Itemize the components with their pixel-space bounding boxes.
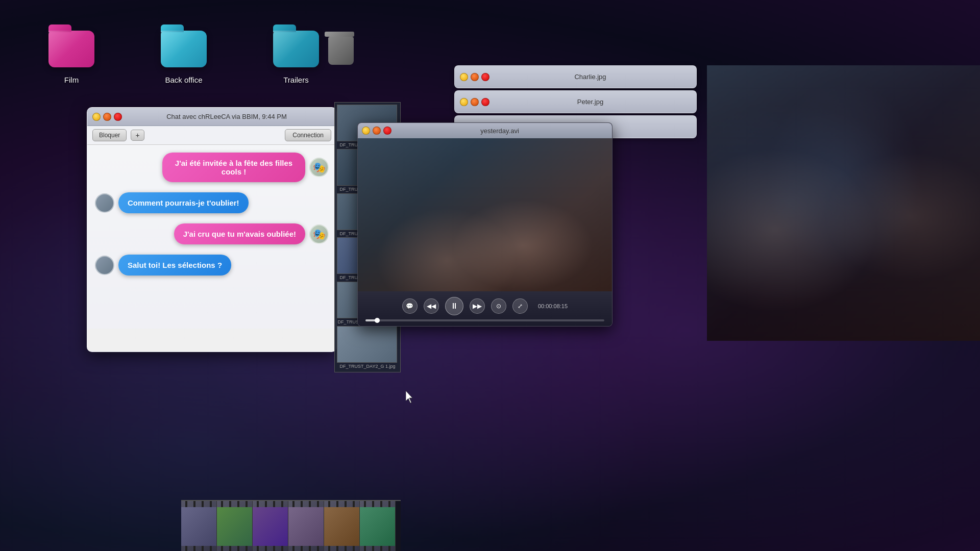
charlie-close-btn[interactable] xyxy=(481,73,489,81)
message-1: J'ai été invitée à la fête des filles co… xyxy=(95,153,329,182)
video-scene xyxy=(358,138,612,291)
progress-dot xyxy=(375,318,380,323)
peter-close-btn[interactable] xyxy=(481,98,489,106)
film-frame-5 xyxy=(324,501,360,551)
movie-scene xyxy=(707,65,980,341)
bubble-1: J'ai été invitée à la fête des filles co… xyxy=(162,153,305,182)
forward-button[interactable]: ▶▶ xyxy=(470,298,485,314)
avatar-4 xyxy=(95,256,114,275)
chat-window-controls xyxy=(92,113,122,121)
filmstrip xyxy=(181,500,401,551)
video-close-btn[interactable] xyxy=(383,127,391,135)
charlie-title: Charlie.jpg xyxy=(489,73,691,81)
video-screen xyxy=(358,138,612,291)
charlie-jpg-window: Charlie.jpg xyxy=(454,65,697,88)
rewind-button[interactable]: ◀◀ xyxy=(424,298,439,314)
chat-close-btn[interactable] xyxy=(114,113,122,121)
message-2: Comment pourrais-je t'oublier! xyxy=(95,192,329,213)
message-3: J'ai cru que tu m'avais oubliée! 🎭 xyxy=(95,223,329,244)
folder-backoffice-icon xyxy=(161,31,207,71)
avatar-1: 🎭 xyxy=(309,158,329,177)
desktop-icon-trailers[interactable]: Trailers xyxy=(265,31,327,84)
film-frame-6 xyxy=(360,501,396,551)
video-win-controls xyxy=(362,127,391,135)
video-filename: yesterday.avi xyxy=(391,127,608,135)
chat-title: Chat avec chRLeeCA via BBIM, 9:44 PM xyxy=(122,113,331,120)
video-minimize-btn[interactable] xyxy=(362,127,370,135)
video-player-window: yesterday.avi 💬 ◀◀ ⏸ ▶▶ ⊙ ⤢ 00:00:08:15 xyxy=(357,122,612,327)
charlie-maximize-btn[interactable] xyxy=(471,73,479,81)
peter-jpg-window: Peter.jpg xyxy=(454,90,697,113)
trash-icon[interactable] xyxy=(327,31,355,64)
film-label: Film xyxy=(64,76,79,84)
avatar-2 xyxy=(95,193,114,213)
film-frame-4 xyxy=(288,501,324,551)
progress-bar[interactable] xyxy=(365,319,604,321)
backoffice-label: Back office xyxy=(165,76,202,84)
desktop-icons: Film Back office Trailers xyxy=(41,31,327,84)
video-maximize-btn[interactable] xyxy=(373,127,381,135)
thumb-item-6[interactable]: DF_TRUST_DAY2_G 1.jpg xyxy=(337,326,398,369)
chat-maximize-btn[interactable] xyxy=(103,113,111,121)
peter-title: Peter.jpg xyxy=(489,98,691,106)
add-button[interactable]: + xyxy=(131,130,144,141)
trailers-label: Trailers xyxy=(283,76,308,84)
bubble-3: J'ai cru que tu m'avais oubliée! xyxy=(174,223,305,244)
desktop-icon-backoffice[interactable]: Back office xyxy=(153,31,214,84)
message-4: Salut toi! Les sélections ? xyxy=(95,255,329,276)
peter-maximize-btn[interactable] xyxy=(471,98,479,106)
thumb-img-6 xyxy=(337,326,397,363)
connection-button[interactable]: Connection xyxy=(285,129,331,141)
video-titlebar: yesterday.avi xyxy=(358,123,612,138)
pause-button[interactable]: ⏸ xyxy=(445,297,463,315)
peter-minimize-btn[interactable] xyxy=(460,98,468,106)
settings-button[interactable]: ⊙ xyxy=(491,298,506,314)
folder-trailers-icon xyxy=(273,31,319,71)
trash-can-icon xyxy=(327,31,355,64)
video-controls: 💬 ◀◀ ⏸ ▶▶ ⊙ ⤢ 00:00:08:15 xyxy=(358,291,612,327)
bloquer-button[interactable]: Bloquer xyxy=(92,129,127,141)
video-people xyxy=(358,138,612,291)
film-frame-2 xyxy=(217,501,253,551)
bubble-4: Salut toi! Les sélections ? xyxy=(118,255,231,276)
chat-titlebar: Chat avec chRLeeCA via BBIM, 9:44 PM xyxy=(87,108,336,126)
fullscreen-button[interactable]: ⤢ xyxy=(512,298,528,314)
comment-button[interactable]: 💬 xyxy=(402,298,418,314)
movie-still-right xyxy=(707,65,980,341)
mouse-cursor xyxy=(406,391,416,403)
charlie-minimize-btn[interactable] xyxy=(460,73,468,81)
chat-toolbar: Bloquer + Connection xyxy=(87,126,336,145)
controls-row: 💬 ◀◀ ⏸ ▶▶ ⊙ ⤢ 00:00:08:15 xyxy=(365,297,604,315)
peter-win-controls xyxy=(460,98,489,106)
film-frame-3 xyxy=(253,501,288,551)
charlie-win-controls xyxy=(460,73,489,81)
desktop-icon-film[interactable]: Film xyxy=(41,31,102,84)
chat-window: Chat avec chRLeeCA via BBIM, 9:44 PM Blo… xyxy=(87,107,337,352)
thumb-label-6: DF_TRUST_DAY2_G 1.jpg xyxy=(337,364,398,369)
film-frame-1 xyxy=(181,501,217,551)
chat-messages: J'ai été invitée à la fête des filles co… xyxy=(87,145,336,329)
chat-minimize-btn[interactable] xyxy=(92,113,101,121)
bubble-2: Comment pourrais-je t'oublier! xyxy=(118,192,249,213)
folder-film-icon xyxy=(48,31,94,71)
time-display: 00:00:08:15 xyxy=(538,303,568,309)
avatar-3: 🎭 xyxy=(309,224,329,244)
